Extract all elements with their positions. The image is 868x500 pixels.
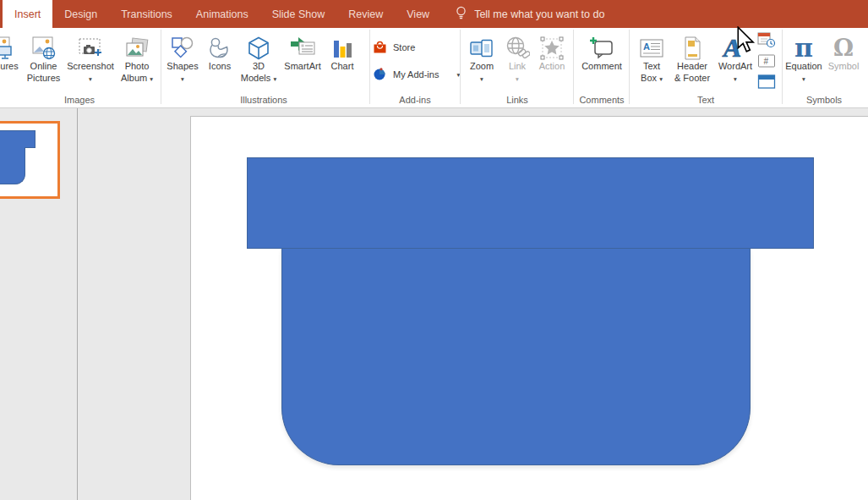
chevron-down-icon: ▾	[273, 75, 276, 83]
comment-icon	[576, 31, 627, 61]
link-icon	[500, 31, 534, 61]
text-box-icon: A	[633, 31, 670, 61]
symbol-omega-icon: Ω	[824, 31, 863, 61]
equation-pi-icon: π	[784, 31, 823, 61]
shapes-button[interactable]: Shapes ▾	[164, 31, 201, 92]
chevron-down-icon: ▾	[89, 75, 92, 83]
chevron-down-icon: ▾	[181, 75, 184, 83]
3d-models-button[interactable]: 3D Models ▾	[236, 31, 281, 92]
date-time-icon	[757, 31, 776, 52]
svg-text:#: #	[764, 57, 769, 66]
mouse-cursor-arrow	[737, 26, 756, 57]
slide-number-button[interactable]: #	[756, 52, 778, 72]
group-label-images: Images	[0, 94, 159, 106]
shapes-icon	[164, 31, 201, 61]
tell-me-label: Tell me what you want to do	[474, 8, 604, 20]
group-separator	[460, 30, 461, 104]
svg-text:π: π	[794, 34, 813, 61]
tab-animations[interactable]: Animations	[184, 0, 260, 28]
online-pictures-icon	[21, 31, 66, 61]
group-label-illustrations: Illustrations	[164, 94, 363, 106]
svg-text:Ω: Ω	[833, 35, 854, 61]
tab-slide-show[interactable]: Slide Show	[260, 0, 337, 28]
group-label-addins: Add-ins	[373, 94, 457, 106]
ribbon-tab-bar: Insert Design Transitions Animations Sli…	[0, 0, 868, 28]
lightbulb-icon	[455, 6, 467, 23]
my-add-ins-icon	[373, 67, 387, 83]
group-separator	[161, 30, 161, 104]
chevron-down-icon: ▾	[802, 75, 805, 83]
action-icon	[532, 31, 571, 61]
smartart-button[interactable]: SmartArt	[281, 31, 325, 92]
object-icon	[757, 74, 776, 94]
tab-view[interactable]: View	[395, 0, 441, 28]
tab-review[interactable]: Review	[336, 0, 395, 28]
chevron-down-icon: ▾	[659, 75, 663, 83]
panel-splitter[interactable]	[77, 108, 78, 500]
slide-thumbnail-panel[interactable]	[0, 108, 77, 500]
workspace	[0, 108, 868, 500]
action-button: Action	[532, 31, 571, 92]
slide-number-icon: #	[757, 52, 776, 73]
store-icon	[373, 40, 387, 56]
group-separator	[369, 30, 370, 104]
chevron-down-icon: ▾	[480, 75, 483, 83]
header-footer-icon	[669, 31, 715, 61]
thumbnail-shape-top	[0, 130, 35, 148]
tab-design[interactable]: Design	[52, 0, 109, 28]
online-pictures-button[interactable]: Online Pictures	[21, 31, 66, 92]
group-separator	[782, 30, 783, 104]
icons-button[interactable]: Icons	[203, 31, 237, 92]
photo-album-icon	[114, 31, 160, 61]
chart-button[interactable]: Chart	[325, 31, 359, 92]
object-button[interactable]	[756, 74, 778, 93]
link-button: Link ▾	[500, 31, 534, 92]
my-add-ins-button[interactable]: My Add-ins ▾	[373, 64, 460, 85]
tab-insert[interactable]: Insert	[3, 0, 52, 28]
thumbnail-shape-bottom	[0, 147, 25, 184]
tell-me-box[interactable]: Tell me what you want to do	[455, 0, 604, 28]
slide-shape-rectangle[interactable]	[247, 157, 814, 249]
pictures-button-partial[interactable]: ures	[0, 31, 19, 92]
3d-models-icon	[236, 31, 281, 61]
zoom-icon	[463, 31, 500, 61]
screenshot-button[interactable]: Screenshot ▾	[67, 31, 114, 92]
header-footer-button[interactable]: Header & Footer	[669, 31, 715, 92]
zoom-button[interactable]: Zoom ▾	[463, 31, 500, 92]
tab-transitions[interactable]: Transitions	[109, 0, 184, 28]
chevron-down-icon: ▾	[734, 75, 737, 83]
smartart-icon	[281, 31, 325, 61]
text-box-button[interactable]: A Text Box ▾	[633, 31, 670, 92]
comment-button[interactable]: Comment	[576, 31, 627, 92]
icons-icon	[203, 31, 237, 61]
group-label-text: Text	[633, 94, 778, 106]
symbol-button: Ω Symbol	[824, 31, 863, 92]
slide-shape-rounded-rectangle[interactable]	[281, 249, 751, 465]
equation-button[interactable]: π Equation ▾	[784, 31, 823, 92]
svg-text:A: A	[643, 41, 650, 52]
photo-album-button[interactable]: Photo Album ▾	[114, 31, 160, 92]
group-label-symbols: Symbols	[784, 94, 864, 106]
group-label-comments: Comments	[576, 94, 627, 106]
date-time-button[interactable]	[756, 31, 778, 51]
chevron-down-icon: ▾	[150, 75, 153, 83]
chevron-down-icon: ▾	[516, 75, 519, 83]
group-separator	[573, 30, 574, 104]
group-label-links: Links	[463, 94, 571, 106]
store-button[interactable]: Store	[373, 37, 415, 58]
slide-thumbnail-selected[interactable]	[0, 121, 60, 199]
pictures-icon	[0, 31, 17, 61]
chart-icon	[325, 31, 359, 61]
group-separator	[629, 30, 630, 104]
screenshot-icon	[67, 31, 114, 61]
